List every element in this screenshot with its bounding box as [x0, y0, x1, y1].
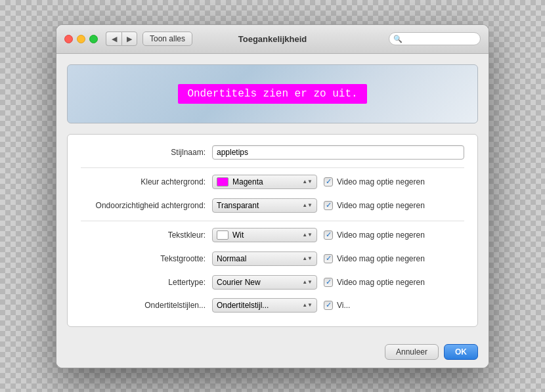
text-color-row: Tekstkleur: Wit ▲▼ ✓ Video mag optie neg…	[81, 227, 464, 244]
close-button[interactable]	[64, 35, 73, 43]
traffic-lights	[64, 35, 98, 43]
font-label: Lettertype:	[81, 278, 212, 287]
divider-1	[81, 167, 464, 168]
bg-opacity-checkbox-row: ✓ Video mag optie negeren	[324, 201, 442, 210]
partial-select-content: Ondertitelstijl...	[217, 301, 269, 310]
partial-checkbox-row: ✓ Vi...	[324, 301, 442, 310]
text-color-checkbox-label: Video mag optie negeren	[337, 230, 425, 240]
style-name-input[interactable]	[212, 145, 464, 160]
divider-2	[81, 221, 464, 221]
bg-opacity-label: Ondoorzichtigheid achtergrond:	[81, 201, 212, 210]
bg-color-label: Kleur achtergrond:	[81, 177, 212, 186]
select-stepper-3: ▲▼	[302, 232, 313, 238]
partial-label: Ondertitelstijlen...	[81, 301, 212, 310]
bg-color-value: Magenta	[232, 177, 263, 186]
bg-opacity-value: Transparant	[217, 201, 259, 210]
text-size-row: Tekstgrootte: Normaal ▲▼ ✓ Video mag opt…	[81, 250, 464, 267]
cancel-button[interactable]: Annuleer	[385, 344, 439, 360]
partial-row: Ondertitelstijlen... Ondertitelstijl... …	[81, 297, 464, 313]
bg-opacity-control: Transparant ▲▼ ✓ Video mag optie negeren	[212, 198, 464, 213]
partial-checkbox-label: Vi...	[337, 301, 350, 310]
font-checkbox[interactable]: ✓	[324, 278, 333, 287]
partial-control: Ondertitelstijl... ▲▼ ✓ Vi...	[212, 298, 464, 313]
bottom-bar: Annuleer OK	[56, 338, 489, 368]
bg-color-select[interactable]: Magenta ▲▼	[212, 175, 317, 189]
select-stepper-5: ▲▼	[302, 280, 313, 285]
partial-checkbox[interactable]: ✓	[324, 301, 333, 310]
select-stepper: ▲▼	[302, 179, 313, 185]
bg-opacity-checkbox[interactable]: ✓	[324, 201, 333, 210]
minimize-button[interactable]	[77, 35, 85, 43]
style-name-row: Stijlnaam:	[81, 144, 464, 161]
search-box[interactable]: 🔍	[389, 32, 481, 45]
bg-opacity-select-content: Transparant	[217, 201, 259, 210]
forward-button[interactable]: ▶	[121, 32, 137, 46]
text-size-checkbox-row: ✓ Video mag optie negeren	[324, 254, 442, 263]
text-size-value: Normaal	[217, 254, 246, 263]
text-size-checkbox-label: Video mag optie negeren	[337, 254, 425, 263]
text-size-select[interactable]: Normaal ▲▼	[212, 251, 317, 266]
bg-opacity-checkbox-label: Video mag optie negeren	[337, 201, 425, 210]
ok-button[interactable]: OK	[444, 344, 478, 360]
bg-opacity-select[interactable]: Transparant ▲▼	[212, 198, 317, 213]
partial-select[interactable]: Ondertitelstijl... ▲▼	[212, 298, 317, 313]
text-color-control: Wit ▲▼ ✓ Video mag optie negeren	[212, 228, 464, 242]
font-checkbox-label: Video mag optie negeren	[337, 278, 425, 287]
color-swatch-white	[217, 230, 229, 240]
show-all-button[interactable]: Toon alles	[142, 32, 192, 46]
font-select-content: Courier New	[217, 278, 261, 287]
subtitle-preview-text: Ondertitels zien er zo uit.	[178, 84, 366, 104]
bg-opacity-row: Ondoorzichtigheid achtergrond: Transpara…	[81, 197, 464, 214]
bg-color-select-content: Magenta	[217, 177, 263, 186]
maximize-button[interactable]	[89, 35, 98, 43]
font-row: Lettertype: Courier New ▲▼ ✓ Video mag o…	[81, 274, 464, 291]
bg-color-checkbox-row: ✓ Video mag optie negeren	[324, 177, 442, 186]
bg-color-checkbox-label: Video mag optie negeren	[337, 177, 425, 186]
nav-arrows: ◀ ▶	[106, 32, 137, 46]
text-size-checkbox[interactable]: ✓	[324, 254, 333, 263]
font-checkbox-row: ✓ Video mag optie negeren	[324, 278, 442, 287]
font-value: Courier New	[217, 278, 261, 287]
title-bar: ◀ ▶ Toon alles Toegankelijkheid 🔍	[56, 25, 489, 54]
select-stepper-2: ▲▼	[302, 203, 313, 208]
style-name-control	[212, 145, 464, 160]
font-select[interactable]: Courier New ▲▼	[212, 275, 317, 290]
text-color-label: Tekstkleur:	[81, 230, 212, 240]
window-title: Toegankelijkheid	[238, 34, 307, 44]
bg-color-control: Magenta ▲▼ ✓ Video mag optie negeren	[212, 175, 464, 189]
search-icon: 🔍	[393, 35, 403, 43]
bg-color-checkbox[interactable]: ✓	[324, 177, 333, 186]
text-color-select-content: Wit	[217, 230, 244, 240]
window-container: ◀ ▶ Toon alles Toegankelijkheid 🔍 Ondert…	[56, 24, 489, 368]
window-body: Ondertitels zien er zo uit. Stijlnaam: K…	[56, 54, 489, 338]
text-size-select-content: Normaal	[217, 254, 246, 263]
select-stepper-4: ▲▼	[302, 256, 313, 261]
back-button[interactable]: ◀	[106, 32, 121, 46]
text-size-label: Tekstgrootte:	[81, 254, 212, 263]
text-color-checkbox[interactable]: ✓	[324, 230, 333, 240]
font-control: Courier New ▲▼ ✓ Video mag optie negeren	[212, 275, 464, 290]
select-stepper-6: ▲▼	[302, 303, 313, 308]
text-color-checkbox-row: ✓ Video mag optie negeren	[324, 230, 442, 240]
color-swatch-magenta	[217, 177, 229, 186]
text-color-value: Wit	[232, 230, 244, 240]
preview-area: Ondertitels zien er zo uit.	[67, 64, 478, 123]
text-color-select[interactable]: Wit ▲▼	[212, 228, 317, 242]
text-size-control: Normaal ▲▼ ✓ Video mag optie negeren	[212, 251, 464, 266]
bg-color-row: Kleur achtergrond: Magenta ▲▼ ✓ Video ma…	[81, 173, 464, 190]
style-name-label: Stijlnaam:	[81, 148, 212, 157]
partial-value: Ondertitelstijl...	[217, 301, 269, 310]
preferences-window: ◀ ▶ Toon alles Toegankelijkheid 🔍 Ondert…	[56, 24, 489, 368]
form-area: Stijlnaam: Kleur achtergrond: Magenta	[67, 134, 478, 327]
